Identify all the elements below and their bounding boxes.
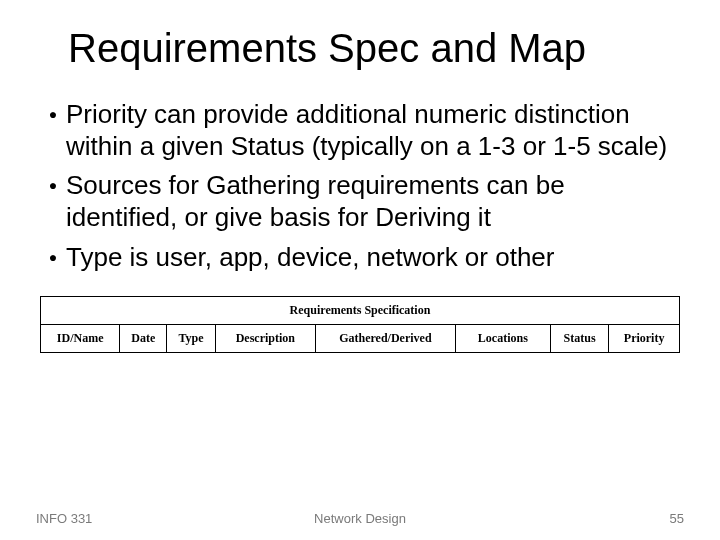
bullet-icon: ●: [40, 99, 66, 129]
bullet-text: Type is user, app, device, network or ot…: [66, 242, 672, 274]
table-caption-row: Requirements Specification: [41, 296, 680, 324]
bullet-text: Sources for Gathering requirements can b…: [66, 170, 672, 233]
col-gathered-derived: Gathered/Derived: [315, 324, 455, 352]
col-type: Type: [167, 324, 216, 352]
col-locations: Locations: [455, 324, 550, 352]
slide-footer: INFO 331 Network Design 55: [0, 511, 720, 526]
col-description: Description: [215, 324, 315, 352]
table-caption: Requirements Specification: [41, 296, 680, 324]
col-priority: Priority: [609, 324, 680, 352]
slide: Requirements Spec and Map ● Priority can…: [0, 0, 720, 540]
bullet-icon: ●: [40, 242, 66, 272]
footer-title: Network Design: [0, 511, 720, 526]
bullet-list: ● Priority can provide additional numeri…: [40, 99, 680, 274]
col-status: Status: [550, 324, 608, 352]
col-id-name: ID/Name: [41, 324, 120, 352]
col-date: Date: [120, 324, 167, 352]
footer-course-code: INFO 331: [36, 511, 92, 526]
list-item: ● Sources for Gathering requirements can…: [40, 170, 672, 233]
bullet-icon: ●: [40, 170, 66, 200]
slide-title: Requirements Spec and Map: [68, 26, 680, 71]
table-header-row: ID/Name Date Type Description Gathered/D…: [41, 324, 680, 352]
list-item: ● Priority can provide additional numeri…: [40, 99, 672, 162]
requirements-spec-table: Requirements Specification ID/Name Date …: [40, 296, 680, 353]
list-item: ● Type is user, app, device, network or …: [40, 242, 672, 274]
bullet-text: Priority can provide additional numeric …: [66, 99, 672, 162]
slide-number: 55: [670, 511, 684, 526]
